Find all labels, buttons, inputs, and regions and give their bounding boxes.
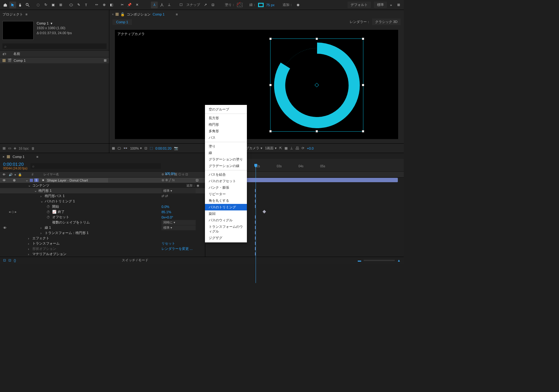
- transform-reset-link[interactable]: リセット: [161, 241, 175, 246]
- type-tool[interactable]: T: [83, 2, 89, 8]
- stroke-width[interactable]: 75 px: [266, 3, 275, 7]
- vf-icon2[interactable]: 🖵: [117, 146, 121, 150]
- start-value[interactable]: 0.0%: [161, 205, 169, 209]
- ctx-item-selected[interactable]: パスのトリミング: [205, 204, 247, 210]
- footer-icon1[interactable]: ▦: [2, 146, 6, 150]
- ctx-item[interactable]: グラデーションの線: [205, 163, 247, 169]
- material-options-row[interactable]: › マテリアルオプション: [0, 251, 205, 257]
- tl-panel-menu-icon[interactable]: ≡: [36, 155, 38, 159]
- ellipse-tool[interactable]: [68, 2, 75, 8]
- lock-icon[interactable]: 🔓: [120, 12, 125, 16]
- zoom-tool[interactable]: [24, 2, 31, 8]
- puppet-tool[interactable]: 📌: [126, 2, 133, 8]
- trim-multi-row[interactable]: 複数のシェイプをトリム 同時に ▾ ⊚: [0, 220, 205, 225]
- footer-icon2[interactable]: ▭: [8, 146, 11, 150]
- tl-footer-icon3[interactable]: {}: [14, 259, 16, 262]
- col-visibility-icon[interactable]: 👁: [2, 173, 7, 176]
- vf-icon6[interactable]: ⇱: [279, 146, 282, 150]
- layer-name-input[interactable]: [46, 178, 108, 182]
- ctx-item[interactable]: ジグザグ: [205, 235, 247, 241]
- selection-tool[interactable]: [9, 2, 16, 8]
- ctx-item[interactable]: パスのウィグル: [205, 217, 247, 223]
- effects-row[interactable]: › エフェクト: [0, 236, 205, 241]
- switches-modes-toggle[interactable]: スイッチ / モード: [122, 258, 148, 263]
- stroke-visibility-icon[interactable]: 👁: [3, 226, 7, 230]
- offset-value[interactable]: 0x+0.0°: [161, 215, 173, 219]
- workspace-default[interactable]: デフォルト: [348, 2, 371, 8]
- layer-twirl-icon[interactable]: ⌄: [25, 178, 29, 182]
- end-value[interactable]: 85.1%: [161, 210, 171, 214]
- change-renderer-link[interactable]: レンダラーを変更 ...: [161, 246, 193, 251]
- comp-thumbnail[interactable]: [2, 21, 34, 40]
- close-tab-icon[interactable]: ×: [112, 12, 114, 16]
- ctx-item[interactable]: 旋回: [205, 210, 247, 217]
- roto-tool[interactable]: ✂: [119, 2, 125, 8]
- snapshot-icon[interactable]: 📷: [174, 146, 178, 150]
- ctx-item[interactable]: 角を丸くする: [205, 197, 247, 204]
- flowchart-icon[interactable]: ⊞: [104, 58, 107, 62]
- zoom-out-icon[interactable]: ▬: [358, 259, 361, 262]
- layer-solo-icon[interactable]: [13, 179, 16, 182]
- axis-local-icon[interactable]: ⅄: [151, 2, 158, 8]
- snap-checkbox[interactable]: ☐: [178, 2, 184, 8]
- timeline-search-input[interactable]: [30, 163, 161, 169]
- ctx-item[interactable]: パスを結合: [205, 171, 247, 178]
- breadcrumb-chip[interactable]: Comp 1: [112, 19, 132, 25]
- add-menu-icon[interactable]: ◉: [295, 2, 302, 8]
- panel-menu-icon[interactable]: ≡: [25, 12, 27, 16]
- orbit-tool[interactable]: ◌: [35, 2, 42, 8]
- ctx-item[interactable]: パス: [205, 134, 247, 141]
- view-layout-dropdown[interactable]: 1画面 ▾: [265, 146, 277, 151]
- exposure-value[interactable]: +0.0: [307, 146, 314, 150]
- col-audio-icon[interactable]: 🔊: [9, 173, 12, 176]
- vf-icon7[interactable]: ▦: [284, 146, 288, 150]
- snap-opt2-icon[interactable]: ⊡: [209, 2, 216, 8]
- ctx-item[interactable]: 長方形: [205, 115, 247, 121]
- eraser-tool[interactable]: ◧: [108, 2, 115, 8]
- playhead[interactable]: [256, 164, 256, 283]
- stopwatch-active-icon[interactable]: ⏱: [47, 210, 51, 214]
- project-search-input[interactable]: [2, 43, 107, 49]
- ctx-item[interactable]: 多角形: [205, 128, 247, 134]
- contents-row[interactable]: ⌄ コンテンツ 追加： ◉: [0, 183, 205, 188]
- composition-viewport[interactable]: アクティブカメラ: [112, 27, 401, 142]
- footer-icon3[interactable]: ◈: [14, 146, 16, 150]
- vf-icon5[interactable]: ⬚: [150, 146, 153, 150]
- project-item-row[interactable]: 🎬 Comp 1 ⊞: [0, 57, 109, 63]
- ctx-item[interactable]: リピーター: [205, 191, 247, 197]
- home-icon[interactable]: [2, 2, 9, 8]
- ctx-item[interactable]: パスのオフセット: [205, 178, 247, 184]
- bpc-toggle[interactable]: 16 bpc: [19, 146, 29, 150]
- pen-tool[interactable]: ✎: [75, 2, 82, 8]
- ctx-item[interactable]: グラデーションの塗り: [205, 156, 247, 163]
- ellipse-path-row[interactable]: › 楕円形パス 1 ⇄ ⇄: [0, 193, 205, 199]
- vf-icon10[interactable]: ⟳: [302, 146, 304, 150]
- comp-dropdown-icon[interactable]: ▾: [51, 21, 52, 26]
- col-solo-icon[interactable]: ●: [14, 173, 16, 176]
- twirl-icon[interactable]: ⌄: [28, 183, 31, 187]
- selection-bbox[interactable]: [270, 38, 363, 132]
- snap-opt-icon[interactable]: ↗: [202, 2, 209, 8]
- vf-icon8[interactable]: ⊥: [290, 146, 293, 150]
- ctx-item[interactable]: トランスフォームのウィグル: [205, 223, 247, 235]
- stopwatch-icon[interactable]: ⏱: [47, 205, 51, 209]
- comp-panel-menu-icon[interactable]: ≡: [176, 12, 178, 16]
- end-prop-row[interactable]: ◂ ◇ ▸ ⏱ 📈 終了 85.1% ⊚: [0, 209, 205, 214]
- transform-row[interactable]: › トランスフォーム リセット: [0, 241, 205, 246]
- ctx-item[interactable]: 楕円形: [205, 121, 247, 128]
- vf-icon9[interactable]: 品: [296, 146, 299, 151]
- start-prop-row[interactable]: ⏱ 開始 0.0%: [0, 204, 205, 209]
- trim-multi-select[interactable]: 同時に ▾: [161, 220, 196, 225]
- stroke-mode-select[interactable]: 標準 ▾: [161, 225, 196, 230]
- brush-tool[interactable]: ✏: [93, 2, 100, 8]
- offset-prop-row[interactable]: ⏱ オフセット 0x+0.0° ⊚: [0, 214, 205, 220]
- transform-ellipse-row[interactable]: › トランスフォーム：楕円形 1: [0, 230, 205, 236]
- zoom-in-icon[interactable]: ▲: [397, 259, 401, 262]
- keyframe-end[interactable]: [262, 210, 266, 213]
- viewer-timecode[interactable]: 0:00:01:20: [155, 146, 171, 150]
- hand-tool[interactable]: [17, 2, 24, 8]
- tl-footer-icon2[interactable]: ⊡: [8, 258, 11, 262]
- ctx-item[interactable]: 線: [205, 150, 247, 156]
- trash-icon[interactable]: 🗑: [31, 146, 35, 150]
- stroke-swatch[interactable]: [258, 3, 264, 7]
